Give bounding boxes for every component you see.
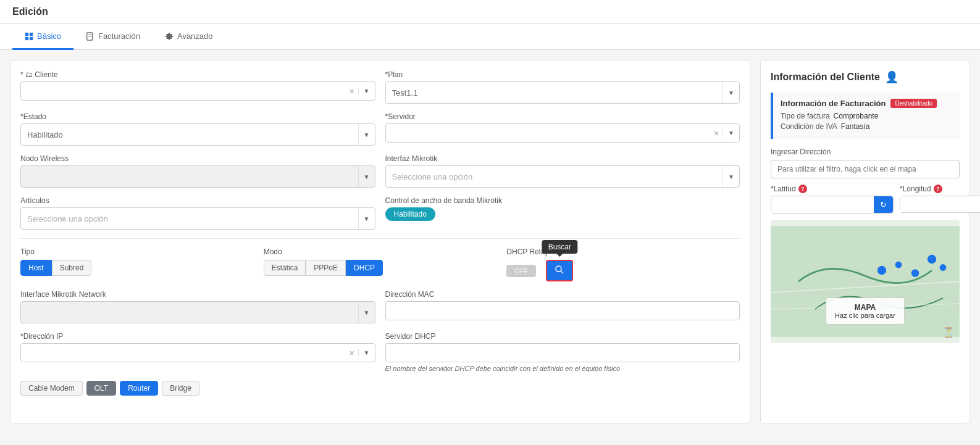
- mac-input-wrapper: E4:FD:45:2F:F7:7E: [385, 301, 740, 320]
- billing-badge: Deshabilitado: [890, 99, 937, 108]
- svg-point-14: [940, 264, 947, 271]
- svg-point-10: [877, 266, 886, 275]
- dhcp-note: El nombre del servidor DHCP debe coincid…: [385, 365, 740, 372]
- tipo-factura-val: Comprobante: [834, 112, 879, 120]
- latitud-refresh-btn[interactable]: ↻: [874, 196, 893, 213]
- condicion-iva-val: Fantasía: [841, 122, 870, 131]
- plan-arrow-btn[interactable]: ▼: [722, 82, 739, 103]
- modo-btn-group: Estática PPPoE DHCP: [264, 260, 497, 276]
- interfaz-label: Interfaz Mikrotik: [385, 154, 740, 163]
- ip-input-wrapper: 192.168.88.1 × ▼: [20, 343, 375, 362]
- nodo-arrow-btn[interactable]: ▼: [358, 166, 375, 187]
- nodo-label: Nodo Wireless: [20, 154, 375, 163]
- svg-point-11: [895, 262, 902, 268]
- grupo-dhcp-relay: DHCP Relay OFF Buscar: [506, 247, 740, 281]
- page-header: Edición: [0, 0, 980, 24]
- tipo-btn-group: Host Subred: [20, 260, 254, 276]
- coord-group-lat: *Latitud ? -32.893255 ↻: [771, 185, 894, 214]
- mac-input[interactable]: E4:FD:45:2F:F7:7E: [386, 302, 740, 320]
- row-estado-servidor: *Estado Habilitado ▼ *Servidor × ▼: [20, 112, 740, 146]
- form-panel: * 🗂 Cliente #192 - juan quintero × ▼ *Pl…: [10, 60, 750, 423]
- row-nodo-interfaz: Nodo Wireless ▼ Interfaz Mikrotik Selecc…: [20, 154, 740, 188]
- nodo-value: [21, 172, 358, 181]
- row-articulos-control: Artículos Seleccione una opción ▼ Contro…: [20, 196, 740, 230]
- modo-pppoe-btn[interactable]: PPPoE: [306, 260, 346, 276]
- right-panel: Información del Cliente 👤 Información de…: [760, 60, 970, 423]
- main-content: * 🗂 Cliente #192 - juan quintero × ▼ *Pl…: [0, 50, 980, 433]
- servidor-dhcp-input[interactable]: [386, 344, 740, 362]
- tipo-label: Tipo: [20, 247, 254, 256]
- tag-olt[interactable]: OLT: [86, 381, 116, 396]
- billing-card: Información de Facturación Deshabilitado…: [771, 93, 960, 139]
- ip-clear-btn[interactable]: ×: [345, 348, 358, 358]
- estado-select: Habilitado ▼: [20, 123, 375, 146]
- modo-label: Modo: [264, 247, 497, 256]
- servidor-arrow-btn[interactable]: ▼: [722, 130, 739, 136]
- coord-group-lon: *Longitud ? -68.846753: [900, 185, 980, 214]
- tipo-host-btn[interactable]: Host: [20, 260, 52, 276]
- grupo-modo: Modo Estática PPPoE DHCP: [264, 247, 497, 281]
- tag-cable-modem[interactable]: Cable Modem: [20, 381, 83, 396]
- tipo-subred-btn[interactable]: Subred: [52, 260, 92, 276]
- modo-dhcp-btn[interactable]: DHCP: [346, 260, 383, 276]
- estado-arrow-btn[interactable]: ▼: [358, 124, 375, 145]
- grupo-mac: Dirección MAC E4:FD:45:2F:F7:7E: [385, 290, 740, 323]
- servidor-clear-btn[interactable]: ×: [710, 128, 722, 138]
- interface-network-select: ▼: [20, 301, 375, 323]
- search-button[interactable]: [546, 260, 573, 281]
- interface-network-val: [21, 308, 358, 317]
- user-icon: 👤: [885, 70, 898, 84]
- plan-label: *Plan: [385, 70, 740, 79]
- interfaz-arrow-btn[interactable]: ▼: [722, 166, 739, 187]
- articulos-placeholder: Seleccione una opción: [21, 210, 358, 228]
- svg-rect-0: [25, 32, 28, 35]
- right-panel-title: Información del Cliente 👤: [771, 70, 960, 84]
- map-background-svg: [771, 220, 960, 343]
- servidor-input[interactable]: [386, 124, 710, 142]
- map-placeholder[interactable]: MAPA Haz clic para cargar ⏳: [771, 220, 960, 343]
- condicion-iva-key: Condición de IVA: [781, 122, 837, 131]
- hourglass-icon: ⏳: [942, 326, 955, 338]
- map-click-text[interactable]: MAPA Haz clic para cargar: [826, 297, 905, 325]
- grupo-servidor-dhcp: Servidor DHCP El nombre del servidor DHC…: [385, 332, 740, 372]
- interface-network-arrow[interactable]: ▼: [358, 302, 375, 323]
- cliente-label: * 🗂 Cliente: [20, 70, 375, 79]
- ip-arrow-btn[interactable]: ▼: [358, 349, 375, 356]
- billing-card-title: Información de Facturación: [781, 99, 886, 108]
- latitud-label: *Latitud ?: [771, 185, 894, 193]
- articulos-select: Seleccione una opción ▼: [20, 207, 375, 230]
- tab-basico[interactable]: Básico: [12, 24, 73, 50]
- tab-facturacion[interactable]: Facturación: [73, 24, 153, 50]
- grupo-interfaz: Interfaz Mikrotik Seleccione una opción …: [385, 154, 740, 188]
- latitud-help-icon: ?: [798, 185, 807, 193]
- servidor-dhcp-input-wrapper: [385, 343, 740, 362]
- tab-avanzado[interactable]: Avanzado: [153, 24, 225, 50]
- modo-estatica-btn[interactable]: Estática: [264, 260, 306, 276]
- grupo-estado: *Estado Habilitado ▼: [20, 112, 375, 146]
- grupo-tipo: Tipo Host Subred: [20, 247, 254, 281]
- servidor-input-wrapper: × ▼: [385, 123, 740, 143]
- tag-bridge[interactable]: Bridge: [162, 381, 199, 396]
- interfaz-select: Seleccione una opción ▼: [385, 165, 740, 188]
- divider-1: [20, 238, 740, 239]
- map-filter-input[interactable]: [771, 160, 960, 178]
- control-label: Control de ancho de banda Mikrotik: [385, 196, 740, 205]
- estado-label: *Estado: [20, 112, 375, 121]
- control-enabled-btn[interactable]: Habilitado: [385, 207, 435, 221]
- nodo-select: ▼: [20, 165, 375, 188]
- dhcp-relay-toggle[interactable]: OFF: [506, 265, 536, 277]
- page-title: Edición: [12, 6, 968, 17]
- tag-router[interactable]: Router: [120, 381, 158, 396]
- ip-input[interactable]: 192.168.88.1: [21, 344, 345, 362]
- longitud-help-icon: ?: [934, 185, 942, 193]
- servidor-dhcp-label: Servidor DHCP: [385, 332, 740, 341]
- cliente-clear-btn[interactable]: ×: [345, 86, 358, 96]
- svg-point-7: [556, 266, 561, 272]
- cliente-input[interactable]: #192 - juan quintero: [21, 82, 345, 100]
- articulos-arrow-btn[interactable]: ▼: [358, 208, 375, 229]
- row-interface-mac: Interface Mikrotik Network ▼ Dirección M…: [20, 290, 740, 323]
- interfaz-placeholder: Seleccione una opción: [386, 168, 723, 186]
- longitud-input[interactable]: -68.846753: [900, 196, 980, 212]
- latitud-input[interactable]: -32.893255: [771, 197, 874, 213]
- cliente-arrow-btn[interactable]: ▼: [358, 88, 375, 94]
